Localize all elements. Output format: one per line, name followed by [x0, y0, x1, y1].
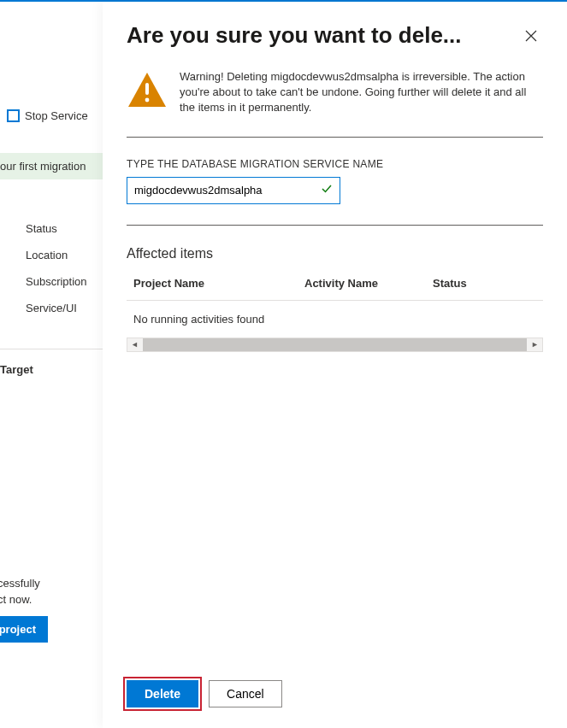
horizontal-scrollbar[interactable]: ◄ ► — [127, 338, 543, 352]
side-label-location: Location — [26, 249, 103, 261]
column-project-name: Project Name — [133, 277, 304, 290]
stop-service-button[interactable]: Stop Service — [0, 104, 103, 127]
table-row-empty: No running activities found — [127, 301, 543, 338]
panel-title: Are you sure you want to dele... — [127, 22, 505, 49]
side-label-subscription: Subscription — [26, 275, 103, 288]
confirm-delete-panel: Are you sure you want to dele... Warning… — [103, 2, 567, 728]
column-activity-name: Activity Name — [304, 277, 433, 290]
delete-button[interactable]: Delete — [127, 680, 198, 707]
svg-point-1 — [145, 98, 150, 103]
notification-strip: our first migration — [0, 153, 103, 179]
close-icon — [525, 30, 537, 42]
scroll-right-arrow-icon[interactable]: ► — [528, 338, 542, 351]
service-name-input[interactable] — [134, 184, 321, 197]
close-button[interactable] — [519, 24, 543, 48]
divider — [127, 137, 543, 138]
stop-icon — [7, 109, 20, 122]
divider — [127, 225, 543, 226]
target-header: Target — [0, 363, 103, 376]
checkmark-icon — [321, 183, 333, 197]
background-page: Stop Service our first migration Status … — [0, 2, 103, 728]
stop-service-label: Stop Service — [25, 109, 88, 122]
warning-block: Warning! Deleting migdocdevwus2dmsalpha … — [127, 69, 543, 116]
scroll-thumb[interactable] — [143, 338, 527, 351]
warning-text: Warning! Deleting migdocdevwus2dmsalpha … — [180, 69, 543, 116]
side-label-status: Status — [26, 222, 103, 235]
affected-items-heading: Affected items — [127, 246, 543, 261]
migration-project-button[interactable]: ation project — [0, 616, 48, 643]
cancel-button[interactable]: Cancel — [209, 680, 282, 707]
service-name-input-wrapper[interactable] — [127, 177, 340, 204]
affected-table-header: Project Name Activity Name Status — [127, 277, 543, 301]
service-name-field-label: TYPE THE DATABASE MIGRATION SERVICE NAME — [127, 158, 543, 170]
column-status: Status — [433, 277, 536, 290]
warning-triangle-icon — [127, 71, 168, 109]
scroll-left-arrow-icon[interactable]: ◄ — [127, 338, 142, 351]
svg-rect-0 — [145, 83, 149, 95]
side-label-serviceui: Service/UI — [26, 302, 103, 314]
